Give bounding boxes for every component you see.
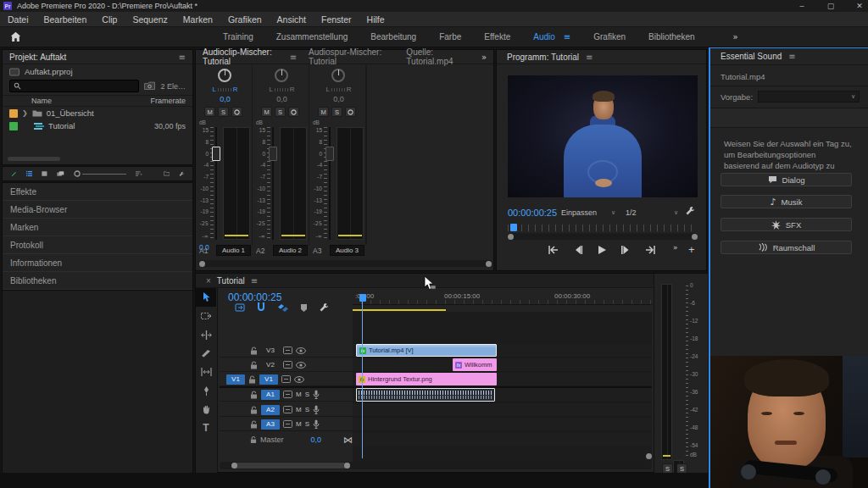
track-name-a2[interactable]: A2 bbox=[261, 405, 280, 415]
track-name-audio1[interactable]: Audio 1 bbox=[216, 245, 251, 256]
label-swatch-orange[interactable] bbox=[9, 109, 18, 118]
mic-icon[interactable] bbox=[313, 419, 320, 429]
nest-sequence-icon[interactable] bbox=[235, 302, 245, 313]
search-input[interactable] bbox=[9, 80, 139, 92]
lane-a1[interactable] bbox=[353, 388, 652, 402]
menu-fenster[interactable]: Fenster bbox=[314, 14, 359, 25]
maximize-button[interactable]: ▢ bbox=[819, 0, 843, 12]
track-header-a1[interactable]: A1 M S bbox=[220, 388, 353, 402]
timeline-timecode[interactable]: 00:00:00:25 bbox=[228, 291, 281, 303]
lock-icon[interactable] bbox=[250, 391, 258, 399]
track-name-v2[interactable]: V2 bbox=[261, 360, 280, 370]
fader-track[interactable] bbox=[215, 127, 217, 240]
solo-button[interactable]: S bbox=[331, 107, 342, 117]
menu-sequenz[interactable]: Sequenz bbox=[125, 14, 175, 25]
mixer-tab-overflow-icon[interactable]: » bbox=[481, 53, 487, 62]
solo-track-button[interactable]: S bbox=[305, 391, 309, 398]
pan-knob[interactable] bbox=[275, 69, 288, 82]
linked-selection-icon[interactable] bbox=[277, 303, 289, 313]
track-header-v1[interactable]: V1 V1 bbox=[220, 373, 353, 386]
mute-track-button[interactable]: M bbox=[296, 391, 302, 398]
menu-clip[interactable]: Clip bbox=[94, 14, 125, 25]
record-button[interactable] bbox=[345, 107, 356, 117]
writable-pen-icon[interactable] bbox=[11, 169, 17, 179]
track-name-v3[interactable]: V3 bbox=[261, 346, 280, 356]
bypass-bowtie-icon[interactable]: ⋈ bbox=[343, 435, 353, 446]
panel-tab-bibliotheken[interactable]: Bibliotheken bbox=[3, 272, 192, 290]
lock-icon[interactable] bbox=[250, 420, 258, 429]
go-to-in-icon[interactable] bbox=[548, 245, 559, 255]
project-panel-title[interactable]: Projekt: Auftakt bbox=[9, 53, 66, 62]
menu-marken[interactable]: Marken bbox=[175, 14, 220, 25]
lock-icon[interactable] bbox=[248, 375, 256, 384]
workspace-overflow-icon[interactable]: » bbox=[733, 32, 738, 42]
lock-icon[interactable] bbox=[250, 435, 257, 444]
lock-icon[interactable] bbox=[250, 347, 258, 355]
essential-sound-title[interactable]: Essential Sound bbox=[721, 52, 782, 61]
track-output-eye-icon[interactable] bbox=[296, 362, 306, 369]
timeline-ruler[interactable]: :00:00 00:00:15:00 00:00:30:00 bbox=[353, 291, 652, 305]
menu-datei[interactable]: Datei bbox=[0, 14, 36, 25]
menu-grafiken[interactable]: Grafiken bbox=[220, 14, 270, 25]
program-timecode[interactable]: 00:00:00:25 bbox=[508, 208, 557, 218]
disclosure-chevron-icon[interactable]: ❯ bbox=[22, 109, 28, 117]
solo-button[interactable]: S bbox=[275, 107, 286, 117]
column-header-framerate[interactable]: Framerate bbox=[150, 97, 186, 105]
selection-tool[interactable] bbox=[196, 288, 216, 307]
track-output-eye-icon[interactable] bbox=[294, 376, 304, 383]
hand-tool[interactable] bbox=[196, 400, 216, 419]
tab-quelle[interactable]: Quelle: Tutorial.mp4 bbox=[406, 47, 470, 66]
program-time-ruler[interactable] bbox=[508, 225, 698, 231]
workspace-tab-zusammenstellung[interactable]: Zusammenstellung bbox=[276, 32, 348, 42]
timeline-tab[interactable]: Tutorial bbox=[217, 276, 245, 286]
solo-track-button[interactable]: S bbox=[305, 420, 309, 428]
freeform-view-icon[interactable] bbox=[57, 169, 64, 178]
fader-track[interactable] bbox=[272, 127, 274, 240]
project-panel-menu-icon[interactable]: ≡ bbox=[179, 53, 186, 62]
home-icon[interactable] bbox=[10, 31, 21, 42]
transport-overflow-icon[interactable]: » bbox=[673, 243, 678, 252]
track-name-a3[interactable]: A3 bbox=[261, 419, 280, 430]
project-row-sequence[interactable]: Tutorial 30,00 fps bbox=[3, 119, 192, 132]
fader-handle[interactable] bbox=[269, 147, 277, 161]
project-row-folder[interactable]: ❯ 01_Übersicht bbox=[3, 107, 192, 119]
lane-v3[interactable]: fx Tutorial.mp4 [V] bbox=[353, 344, 652, 358]
source-patch-v1[interactable]: V1 bbox=[226, 374, 245, 385]
add-button-icon[interactable]: + bbox=[688, 243, 695, 256]
panel-tab-media-browser[interactable]: Media-Browser bbox=[3, 201, 192, 219]
razor-tool[interactable] bbox=[196, 344, 216, 363]
master-volume-value[interactable]: 0,0 bbox=[310, 435, 321, 444]
track-name-a1[interactable]: A1 bbox=[261, 390, 280, 400]
sync-lock-icon[interactable] bbox=[283, 361, 292, 369]
record-button[interactable] bbox=[288, 107, 299, 117]
menu-hilfe[interactable]: Hilfe bbox=[359, 14, 392, 25]
timeline-hscrollbar[interactable] bbox=[220, 462, 652, 469]
tag-sfx-button[interactable]: SFX bbox=[721, 218, 852, 231]
mixer-hscrollbar[interactable] bbox=[198, 260, 492, 267]
step-forward-icon[interactable] bbox=[620, 245, 631, 255]
lane-v2[interactable]: fx Willkomm bbox=[353, 358, 652, 372]
track-header-a2[interactable]: A2 M S bbox=[220, 403, 353, 417]
essential-panel-menu-icon[interactable]: ≡ bbox=[788, 52, 795, 61]
track-output-eye-icon[interactable] bbox=[296, 347, 306, 354]
pan-value[interactable]: 0,0 bbox=[311, 95, 366, 103]
column-header-name[interactable]: Name bbox=[31, 97, 52, 105]
go-to-out-icon[interactable] bbox=[644, 245, 656, 255]
program-panel-title[interactable]: Programm: Tutorial bbox=[507, 53, 579, 62]
workspace-audio-menu-icon[interactable]: ≡ bbox=[564, 32, 570, 42]
pan-knob[interactable] bbox=[331, 69, 345, 82]
new-bin-icon[interactable] bbox=[164, 169, 170, 178]
tab-audioclip-mischer[interactable]: Audioclip-Mischer: Tutorial bbox=[203, 47, 286, 66]
program-panel-menu-icon[interactable]: ≡ bbox=[586, 53, 593, 62]
fader-handle[interactable] bbox=[212, 147, 220, 161]
mute-track-button[interactable]: M bbox=[296, 406, 302, 413]
lock-icon[interactable] bbox=[250, 406, 258, 414]
workspace-tab-farbe[interactable]: Farbe bbox=[439, 32, 461, 42]
track-name-audio2[interactable]: Audio 2 bbox=[273, 245, 308, 256]
pen-tool[interactable] bbox=[196, 381, 216, 400]
snap-magnet-icon[interactable] bbox=[256, 302, 266, 313]
close-button[interactable]: ✕ bbox=[848, 0, 868, 12]
pan-value[interactable]: 0,0 bbox=[198, 95, 253, 103]
zoom-slider[interactable] bbox=[74, 170, 126, 177]
fader-track[interactable] bbox=[329, 127, 331, 240]
